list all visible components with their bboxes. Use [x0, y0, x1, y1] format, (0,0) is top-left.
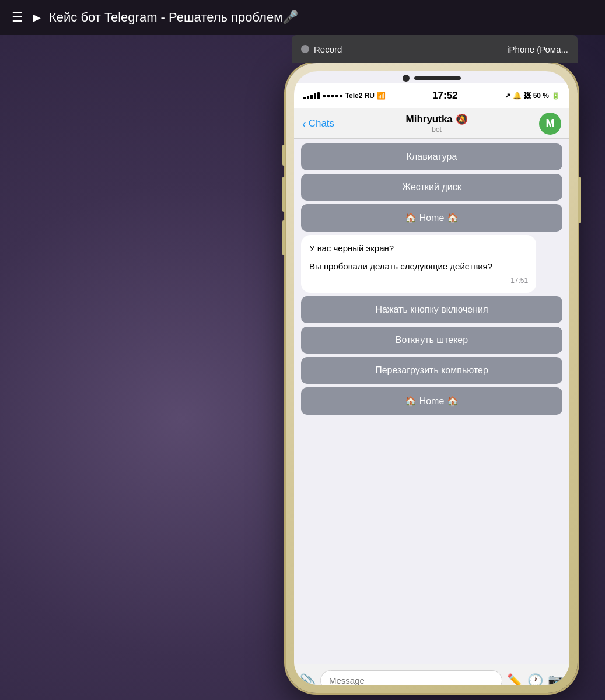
phone-btn-vol-up [282, 177, 285, 212]
location-icon: ↗ [505, 92, 510, 100]
phone-btn-mute [282, 145, 285, 166]
status-bar: ●●●●● Tele2 RU 📶 17:52 ↗ 🔔 🖼 50 % 🔋 [294, 83, 569, 108]
phone-notch [294, 71, 569, 83]
record-device-label: iPhone (Рома... [507, 44, 568, 54]
bot-button-home-1[interactable]: 🏠 Home 🏠 [301, 204, 562, 232]
status-time: 17:52 [432, 90, 457, 102]
bot-subtitle: bot [406, 125, 468, 134]
camera-icon [403, 75, 410, 82]
chevron-left-icon: ‹ [302, 118, 306, 130]
chat-area: Клавиатура Жесткий диск 🏠 Home 🏠 У вас ч… [294, 139, 569, 664]
carrier-label: ●●●●● Tele2 RU [322, 92, 375, 100]
bot-button-power[interactable]: Нажать кнопку включения [301, 296, 562, 323]
bot-name: Mihryutka 🔕 [406, 113, 468, 125]
message-input[interactable] [320, 670, 502, 685]
message-time: 17:51 [309, 275, 528, 286]
bot-button-reboot[interactable]: Перезагрузить компьютер [301, 357, 562, 384]
message-line2: Вы пробовали делать следующие действия? [309, 260, 528, 274]
record-label[interactable]: Record [314, 44, 342, 54]
record-dot-icon [301, 45, 309, 53]
back-label[interactable]: Chats [309, 118, 334, 130]
phone-btn-vol-down [282, 220, 285, 256]
bot-button-hdd[interactable]: Жесткий диск [301, 174, 562, 201]
record-bar: Record iPhone (Рома... [292, 35, 578, 63]
speaker-icon [414, 76, 461, 80]
phone-btn-power [578, 177, 581, 223]
topbar: ☰ ▶ Кейс бот Telegram - Решатель проблем… [0, 0, 605, 35]
input-bar: 📎 ✏️ 🕐 📷 [294, 664, 569, 685]
avatar[interactable]: M [539, 113, 561, 135]
bot-button-home-2[interactable]: 🏠 Home 🏠 [301, 387, 562, 415]
wifi-icon: 📶 [377, 92, 386, 100]
bot-button-plug[interactable]: Воткнуть штекер [301, 327, 562, 354]
clock-icon[interactable]: 🕐 [527, 673, 543, 685]
battery-label: 50 % [533, 92, 549, 100]
bot-button-keyboard[interactable]: Клавиатура [301, 144, 562, 170]
play-icon[interactable]: ▶ [33, 11, 41, 24]
input-icons: ✏️ 🕐 📷 [507, 673, 564, 685]
menu-icon[interactable]: ☰ [12, 10, 23, 25]
pen-icon[interactable]: ✏️ [507, 673, 523, 685]
message-line1: У вас черный экран? [309, 242, 528, 256]
photo-icon: 🖼 [524, 92, 531, 100]
message-bubble: У вас черный экран? Вы пробовали делать … [301, 235, 536, 293]
signal-dots-icon [303, 92, 320, 99]
record-left: Record [301, 44, 342, 54]
alarm-icon: 🔔 [513, 92, 522, 100]
phone-shell: ●●●●● Tele2 RU 📶 17:52 ↗ 🔔 🖼 50 % 🔋 ‹ Ch… [286, 63, 578, 693]
camera-input-icon[interactable]: 📷 [548, 673, 564, 685]
nav-bar: ‹ Chats Mihryutka 🔕 bot M [294, 108, 569, 139]
page-title: Кейс бот Telegram - Решатель проблем🎤 [49, 10, 298, 25]
attach-icon[interactable]: 📎 [300, 673, 316, 685]
signal-area: ●●●●● Tele2 RU 📶 [303, 92, 386, 100]
back-button[interactable]: ‹ Chats [302, 118, 334, 130]
status-right: ↗ 🔔 🖼 50 % 🔋 [505, 92, 560, 100]
phone-screen: ●●●●● Tele2 RU 📶 17:52 ↗ 🔔 🖼 50 % 🔋 ‹ Ch… [294, 71, 569, 685]
battery-icon: 🔋 [551, 92, 560, 100]
nav-center: Mihryutka 🔕 bot [406, 113, 468, 134]
